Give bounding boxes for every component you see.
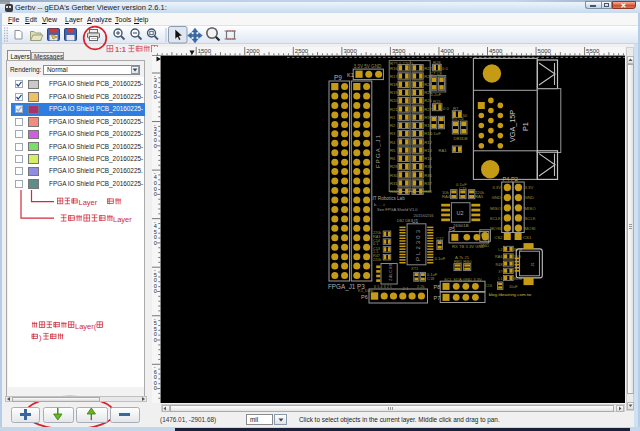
svg-text:R36: R36	[424, 173, 432, 178]
svg-text:P9: P9	[334, 74, 342, 81]
svg-text:R13: R13	[424, 148, 432, 153]
svg-text:RA6: RA6	[495, 255, 502, 259]
svg-text:C16: C16	[485, 284, 492, 288]
svg-text:RA1: RA1	[438, 148, 447, 153]
svg-text:R27: R27	[424, 107, 432, 112]
svg-text:VGA_15P: VGA_15P	[508, 110, 517, 142]
svg-text:P4 P2: P4 P2	[503, 176, 518, 182]
svg-text:0 0: 0 0	[443, 106, 449, 111]
svg-text:3?: 3?	[498, 270, 502, 274]
svg-text:R12: R12	[424, 140, 432, 145]
svg-text:0.2uF: 0.2uF	[431, 92, 442, 97]
svg-text:P6: P6	[361, 294, 368, 300]
svg-text:R4: R4	[390, 140, 396, 145]
svg-text:R48: R48	[496, 263, 503, 267]
svg-text:R21: R21	[390, 107, 398, 112]
svg-text:MISO: MISO	[525, 206, 537, 211]
svg-text:R3: R3	[390, 131, 396, 136]
svg-text:R31: R31	[390, 181, 398, 186]
svg-text:C12: C12	[436, 236, 444, 241]
svg-text:R32: R32	[390, 189, 398, 194]
svg-text:R14: R14	[424, 156, 432, 161]
svg-text:R6: R6	[390, 156, 396, 161]
svg-text:0.1uF: 0.1uF	[430, 131, 441, 136]
svg-text:R18: R18	[390, 82, 398, 87]
svg-text:P1: P1	[521, 122, 530, 131]
svg-text:RB1 RB0: RB1 RB0	[454, 259, 472, 264]
svg-text:2 1: 2 1	[403, 286, 409, 291]
svg-text:R38: R38	[424, 189, 432, 194]
svg-text:0: 0	[154, 191, 157, 197]
svg-text:b. . . .t: b. . . .t	[374, 203, 385, 207]
svg-text:GND: GND	[491, 195, 501, 200]
svg-text:XT1: XT1	[411, 266, 419, 271]
svg-text:4500: 4500	[489, 48, 503, 54]
svg-text:5000: 5000	[538, 48, 552, 54]
svg-text:0: 0	[154, 288, 157, 294]
svg-text:C7 C8: C7 C8	[430, 71, 443, 76]
svg-text:U2: U2	[457, 210, 464, 216]
svg-text:0 0: 0 0	[442, 66, 448, 71]
svg-text:0: 0	[154, 385, 157, 391]
svg-text:3.3V: 3.3V	[525, 185, 534, 190]
svg-text:3000: 3000	[343, 48, 357, 54]
svg-text:R2: R2	[390, 123, 396, 128]
svg-text:SCLK: SCLK	[490, 216, 501, 221]
svg-text:0: 0	[154, 94, 157, 100]
svg-text:L2: L2	[498, 248, 502, 252]
svg-text:6 5 4 3 2 1: 6 5 4 3 2 1	[374, 285, 392, 289]
svg-text:3500: 3500	[392, 48, 406, 54]
svg-text:R16: R16	[390, 66, 398, 71]
svg-text:P7: P7	[434, 295, 441, 301]
svg-text:0: 0	[154, 337, 157, 343]
svg-text:IT Robotics Lab: IT Robotics Lab	[373, 196, 406, 201]
svg-text:R28: R28	[433, 60, 441, 65]
svg-text:R?? 0 220 0: R?? 0 220 0	[390, 61, 413, 66]
svg-text:1500: 1500	[198, 48, 212, 54]
svg-text:MISO: MISO	[490, 206, 502, 211]
svg-text:K1_Dow: K1_Dow	[358, 288, 373, 293]
svg-text:220k: 220k	[373, 258, 381, 262]
svg-text:L1: L1	[498, 277, 502, 281]
svg-text:R5: R5	[390, 148, 396, 153]
svg-text:2000: 2000	[246, 48, 260, 54]
svg-text:10uF: 10uF	[509, 285, 518, 289]
svg-text:2015/02/16: 2015/02/16	[414, 213, 435, 218]
svg-text:U1: U1	[412, 219, 418, 224]
svg-text:R7: R7	[453, 106, 459, 111]
svg-text:RA5: RA5	[475, 194, 484, 199]
svg-text:R19: R19	[390, 90, 398, 95]
svg-text:GND: GND	[525, 195, 535, 200]
svg-text:MOSI: MOSI	[525, 226, 536, 231]
svg-text:R22: R22	[424, 66, 432, 71]
svg-text:5500: 5500	[586, 48, 600, 54]
svg-text:R17: R17	[390, 74, 398, 79]
svg-text:2500: 2500	[295, 48, 309, 54]
svg-text:R26: R26	[424, 98, 432, 103]
svg-text:2.2k: 2.2k	[417, 284, 425, 289]
svg-text:DB2 DB1: DB2 DB1	[397, 219, 413, 223]
svg-text:4000: 4000	[441, 48, 455, 54]
svg-text:SCLK: SCLK	[525, 216, 536, 221]
svg-text:24LC08: 24LC08	[388, 263, 393, 281]
svg-text:0: 0	[154, 240, 157, 246]
svg-text:E1 C4: E1 C4	[452, 116, 464, 121]
svg-text:R10: R10	[424, 123, 432, 128]
svg-text:RA4: RA4	[442, 194, 451, 199]
svg-text:R30: R30	[390, 173, 398, 178]
svg-text:RX TB 3.3V GND: RX TB 3.3V GND	[452, 244, 485, 249]
svg-text:26S01B: 26S01B	[453, 223, 469, 228]
svg-text:K1: K1	[347, 72, 354, 78]
svg-text:R20: R20	[390, 98, 398, 103]
svg-text:0.1uF: 0.1uF	[435, 256, 446, 261]
svg-text:R1: R1	[390, 115, 396, 120]
svg-text:R9: R9	[424, 115, 430, 120]
svg-text:R29: R29	[390, 164, 398, 169]
svg-text:MOSI: MOSI	[490, 226, 501, 231]
svg-text:3.3V 5V GND: 3.3V 5V GND	[354, 64, 383, 69]
svg-text:blog.itbraining.com.tw: blog.itbraining.com.tw	[489, 292, 532, 297]
svg-text:CS2: CS2	[494, 235, 503, 240]
svg-text:R15: R15	[433, 99, 441, 104]
svg-text:P8: P8	[434, 284, 441, 290]
svg-text:0: 0	[154, 143, 157, 149]
